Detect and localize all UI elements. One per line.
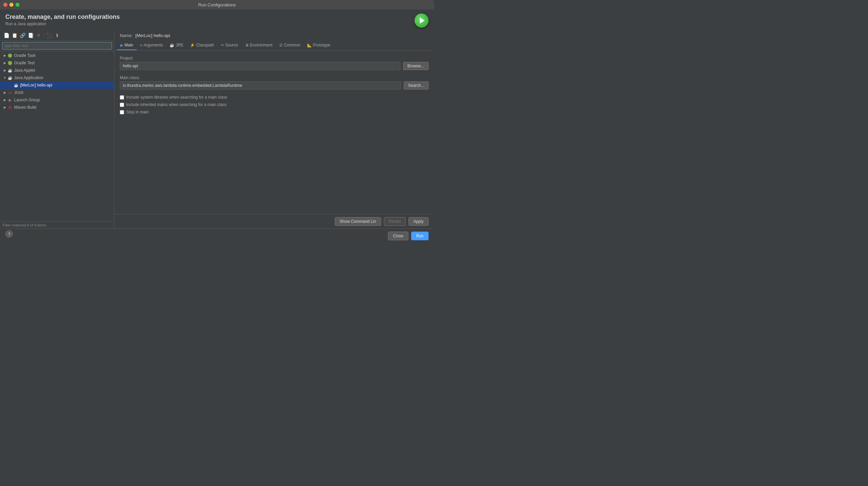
expand-icon: ▶ (3, 54, 7, 58)
tree-label-junit: JUnit (14, 90, 23, 95)
maven-icon: M (7, 105, 13, 110)
checkbox-include-system-libs-row: Include system libraries when searching … (120, 95, 429, 100)
jre-tab-icon: ☕ (169, 43, 174, 48)
project-input[interactable] (120, 62, 400, 70)
tab-jre[interactable]: ☕ JRE (166, 41, 187, 50)
tree-label-launch-group: Launch Group (14, 98, 40, 102)
expand-icon: ▼ (3, 76, 7, 80)
tree-item-merloc-hello-api[interactable]: ☕ [MerLoc] hello-api (0, 82, 114, 89)
new-type-icon: 📋 (12, 33, 18, 38)
left-panel: 📄 📋 🔗 📑 ✕ ⬛ ⬇ (0, 30, 114, 229)
tab-source-label: Source (225, 43, 238, 48)
checkbox-stop-in-main-row: Stop in main (120, 110, 429, 115)
tab-common[interactable]: ☰ Common (276, 41, 304, 50)
new-config-button[interactable]: 📄 (3, 32, 10, 39)
export-button[interactable]: 🔗 (19, 32, 26, 39)
header-area: Create, manage, and run configurations R… (0, 9, 434, 30)
java-application-icon: ☕ (7, 75, 13, 81)
filter-container (0, 41, 114, 51)
help-button[interactable]: ? (5, 230, 13, 238)
toolbar: 📄 📋 🔗 📑 ✕ ⬛ ⬇ (0, 30, 114, 41)
duplicate-icon: 📑 (28, 33, 34, 38)
tree-item-maven-build[interactable]: ▶ M Maven Build (0, 104, 114, 111)
tab-arguments[interactable]: ≡ Arguments (136, 41, 166, 50)
delete-button[interactable]: ✕ (35, 32, 42, 39)
tab-source[interactable]: ✏ Source (218, 41, 242, 50)
name-value: [MerLoc] hello-api (135, 33, 170, 38)
tab-jre-label: JRE (176, 43, 183, 48)
form-area: Project: Browse... Main class: Search... (114, 51, 434, 214)
window-footer: ? Close Run (0, 229, 434, 243)
new-config-type-button[interactable]: 📋 (11, 32, 18, 39)
title-bar: Run Configurations (0, 0, 434, 9)
action-bar: Show Command Lin Revert Apply (114, 214, 434, 229)
tree-item-java-application[interactable]: ▼ ☕ Java Application (0, 74, 114, 82)
tab-common-label: Common (284, 43, 301, 48)
merloc-icon: ☕ (13, 83, 19, 88)
filter-button[interactable]: ⬇ (54, 32, 61, 39)
include-system-libs-label: Include system libraries when searching … (126, 95, 227, 100)
tab-environment-label: Environment (250, 43, 273, 48)
duplicate-button[interactable]: 📑 (27, 32, 34, 39)
tab-main[interactable]: ▶ Main (117, 41, 136, 50)
junit-icon: Ju (7, 90, 13, 95)
stop-in-main-checkbox[interactable] (120, 110, 124, 115)
name-label: Name: (120, 33, 132, 38)
tree-label-gradle-task: Gradle Task (14, 53, 36, 58)
maximize-window-button[interactable] (16, 3, 20, 7)
stop-in-main-label: Stop in main (126, 110, 149, 115)
collapse-icon: ⬛ (46, 33, 52, 38)
classpath-tab-icon: ⚡ (190, 43, 195, 48)
common-tab-icon: ☰ (279, 43, 283, 48)
window-controls[interactable] (3, 3, 20, 7)
main-tab-icon: ▶ (120, 43, 123, 48)
new-doc-icon: 📄 (4, 33, 9, 38)
run-button[interactable]: Run (411, 232, 429, 240)
source-tab-icon: ✏ (221, 43, 224, 48)
content-area: 📄 📋 🔗 📑 ✕ ⬛ ⬇ (0, 30, 434, 229)
run-icon (414, 13, 429, 28)
show-command-line-button[interactable]: Show Command Lin (335, 217, 381, 226)
apply-button[interactable]: Apply (408, 217, 429, 226)
main-class-search-button[interactable]: Search... (404, 82, 429, 90)
project-row: Project: Browse... (120, 56, 429, 70)
tab-environment[interactable]: 🖥 Environment (242, 41, 276, 50)
tree-item-gradle-test[interactable]: ▶ 🟢 Gradle Test (0, 59, 114, 67)
delete-icon: ✕ (37, 33, 41, 38)
tabs-row: ▶ Main ≡ Arguments ☕ JRE ⚡ Classpath ✏ (114, 41, 434, 51)
main-class-input[interactable] (120, 82, 401, 90)
tab-main-label: Main (124, 43, 133, 48)
tree-item-java-applet[interactable]: ▶ ☕ Java Applet (0, 67, 114, 74)
gradle-task-icon: 🟢 (7, 53, 13, 58)
expand-icon: ▶ (3, 61, 7, 65)
include-system-libs-checkbox[interactable] (120, 95, 124, 100)
filter-icon: ⬇ (55, 33, 59, 38)
expand-icon: ▶ (3, 68, 7, 72)
expand-icon: ▶ (3, 91, 7, 95)
gradle-test-icon: 🟢 (7, 60, 13, 66)
arguments-tab-icon: ≡ (140, 43, 142, 47)
close-button[interactable]: Close (388, 232, 408, 240)
header-text: Create, manage, and run configurations R… (5, 13, 120, 26)
tree-container: ▶ 🟢 Gradle Task ▶ 🟢 Gradle Test ▶ ☕ Java… (0, 51, 114, 221)
tree-item-junit[interactable]: ▶ Ju JUnit (0, 89, 114, 96)
close-window-button[interactable] (3, 3, 7, 7)
tree-label-maven-build: Maven Build (14, 105, 36, 110)
tree-item-launch-group[interactable]: ▶ ▶ Launch Group (0, 96, 114, 104)
environment-tab-icon: 🖥 (245, 43, 249, 47)
tree-label-java-applet: Java Applet (14, 68, 35, 73)
main-class-row: Main class: Search... (120, 75, 429, 90)
include-inherited-mains-checkbox[interactable] (120, 103, 124, 107)
tab-classpath[interactable]: ⚡ Classpath (187, 41, 217, 50)
project-browse-button[interactable]: Browse... (403, 62, 429, 70)
expand-icon: ▶ (3, 98, 7, 102)
revert-button[interactable]: Revert (384, 217, 406, 226)
collapse-button[interactable]: ⬛ (45, 32, 53, 39)
filter-input[interactable] (2, 42, 112, 50)
tree-item-gradle-task[interactable]: ▶ 🟢 Gradle Task (0, 52, 114, 59)
minimize-window-button[interactable] (9, 3, 13, 7)
filter-status: Filter matched 8 of 8 items (0, 221, 114, 229)
tab-prototype[interactable]: 📐 Prototype (304, 41, 334, 50)
page-subtitle: Run a Java application (5, 22, 120, 26)
prototype-tab-icon: 📐 (307, 43, 312, 48)
